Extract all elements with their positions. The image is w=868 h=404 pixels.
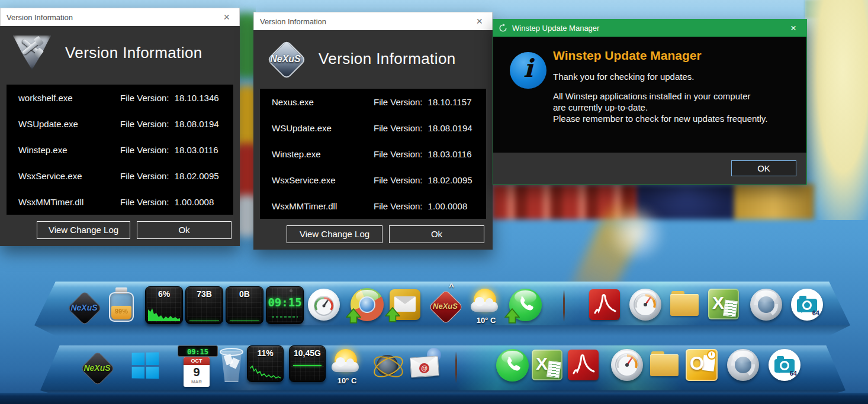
file-name: WsxService.exe <box>272 175 374 185</box>
view-change-log-button[interactable]: View Change Log <box>287 225 382 243</box>
bottom-dock-email-icon[interactable]: @ <box>410 353 441 380</box>
nexus-dialog-titlebar[interactable]: Version Information × <box>253 12 493 30</box>
file-version-value: 18.10.1346 <box>175 93 219 103</box>
file-row: WSUpdate.exe File Version: 18.08.0194 <box>260 115 486 141</box>
update-message: Winstep Update Manager Thank you for che… <box>553 49 767 124</box>
bottom-dock-outlook-icon[interactable]: O <box>686 349 718 381</box>
bottom-dock-weather-widget[interactable]: 10° C <box>330 348 364 387</box>
camera-lens <box>802 300 812 310</box>
close-icon[interactable]: × <box>472 15 486 28</box>
bottom-dock-folder-icon[interactable] <box>650 351 679 376</box>
top-dock-nexus-icon[interactable]: NeXuS <box>66 290 102 325</box>
nexus-red-logo-text: NeXuS <box>427 302 463 311</box>
top-dock-nexus-red-icon[interactable]: NeXuS <box>427 289 463 324</box>
bottom-dock-whatsapp-icon[interactable] <box>496 349 529 382</box>
message-line-3: are currently up-to-date. <box>553 102 767 113</box>
net-graph-baseline <box>189 320 219 321</box>
gauge-dial <box>308 289 340 321</box>
ok-button[interactable]: Ok <box>389 225 484 243</box>
file-version-value: 18.03.0116 <box>428 149 472 159</box>
memory-label: 10,45G <box>290 348 325 358</box>
bottom-dock-internet-globe-icon[interactable] <box>372 350 403 381</box>
top-dock-net-sent-meter[interactable]: 0B <box>226 286 263 324</box>
file-version-value: 18.02.0095 <box>175 171 219 181</box>
file-name: WSUpdate.exe <box>272 123 374 133</box>
top-dock-browser-icon[interactable] <box>351 288 384 321</box>
top-dock-barometer-icon[interactable] <box>629 289 661 321</box>
dock-separator <box>563 290 565 322</box>
nexus-dialog-body: NeXuS Version Information Nexus.exe File… <box>253 30 493 250</box>
file-version-label: File Version: <box>374 201 423 211</box>
net-received-label: 73B <box>186 289 223 299</box>
bottom-dock-shelf <box>40 345 846 390</box>
top-dock-adobe-reader-icon[interactable] <box>589 289 620 320</box>
refresh-icon <box>499 24 507 33</box>
ok-button[interactable]: Ok <box>137 221 232 239</box>
running-indicator-arrow <box>504 308 520 324</box>
file-row: WSUpdate.exe File Version: 18.08.0194 <box>7 111 233 137</box>
calendar-weekday: MAR <box>184 379 210 384</box>
temperature-label: 10° C <box>330 376 364 385</box>
clock-weekday-strip <box>272 316 298 318</box>
barometer-dial <box>611 349 643 381</box>
bottom-dock-clock-calendar-widget[interactable]: 09:15 OCT 9 MAR <box>178 345 219 388</box>
file-version-label: File Version: <box>120 171 169 181</box>
dialog-buttons: View Change Log Ok <box>0 221 232 239</box>
camera-badge: 64 <box>812 309 819 316</box>
bottom-dock-update-sphere-icon[interactable] <box>727 349 759 381</box>
bottom-dock-screenshot-captor-icon[interactable]: 64 <box>769 349 801 381</box>
running-indicator-arrow <box>346 308 361 324</box>
bottom-dock-windows-icon[interactable] <box>132 353 159 379</box>
bottom-dock-cpu-meter[interactable]: 11% <box>247 345 284 382</box>
message-line-4: Please remember to check for new updates… <box>553 113 767 124</box>
running-indicator-arrow <box>385 307 400 322</box>
file-version-value: 1.00.0008 <box>428 201 468 211</box>
update-dialog-titlebar[interactable]: Winstep Update Manager × <box>493 20 806 37</box>
net-graph-baseline <box>230 320 259 321</box>
workshelf-dialog-titlebar[interactable]: Version Information × <box>0 8 240 26</box>
cpu-graph <box>250 364 281 379</box>
info-icon: i <box>510 52 546 89</box>
cpu-percent-label: 6% <box>146 289 182 299</box>
file-name: Winstep.exe <box>272 149 374 159</box>
update-manager-dialog: Winstep Update Manager × i Winstep Updat… <box>493 19 807 185</box>
top-dock-mail-icon[interactable] <box>390 289 420 320</box>
bottom-dock-excel-icon[interactable]: X <box>532 350 562 380</box>
file-version-label: File Version: <box>120 119 169 129</box>
ok-button[interactable]: OK <box>731 160 796 176</box>
battery-glass <box>109 292 134 322</box>
close-icon[interactable]: × <box>220 11 233 24</box>
bottom-dock-barometer-icon[interactable] <box>611 349 643 381</box>
top-dock-gauge-orb-icon[interactable] <box>308 289 340 321</box>
file-version-value: 18.02.0095 <box>428 175 472 185</box>
nexus-logo-text: NeXuS <box>266 54 304 64</box>
file-name: workshelf.exe <box>18 93 120 103</box>
nexus-version-dialog: Version Information × NeXuS Version Info… <box>253 12 493 250</box>
top-dock-excel-icon[interactable]: X <box>708 289 739 319</box>
file-row: WsxMMTimer.dll File Version: 1.00.0008 <box>7 189 233 215</box>
dock-chevron-up-icon[interactable]: ^ <box>449 282 454 292</box>
bottom-dock-memory-meter[interactable]: 10,45G <box>289 345 326 382</box>
mini-clock-strip: 09:15 <box>178 345 218 357</box>
top-dock-weather-widget[interactable]: 10° C <box>470 287 503 327</box>
bottom-dock-adobe-reader-icon[interactable] <box>568 350 599 380</box>
bottom-dock-recycle-bin-icon[interactable] <box>218 348 245 382</box>
dialog-heading: Version Information <box>65 44 202 62</box>
top-dock-cpu-meter[interactable]: 6% <box>145 286 183 324</box>
file-name: Winstep.exe <box>18 145 120 155</box>
top-dock-battery-meter[interactable]: 99% <box>108 287 135 322</box>
file-row: WsxMMTimer.dll File Version: 1.00.0008 <box>260 193 486 219</box>
bottom-dock-nexus-icon[interactable]: NeXuS <box>79 350 115 386</box>
outlook-o-letter: O <box>690 353 704 374</box>
view-change-log-button[interactable]: View Change Log <box>37 221 130 239</box>
top-dock-net-received-meter[interactable]: 73B <box>185 286 223 324</box>
file-version-value: 18.03.0116 <box>175 145 218 155</box>
top-dock-folder-icon[interactable] <box>670 291 699 316</box>
top-dock-screenshot-captor-icon[interactable]: 64 <box>791 289 823 321</box>
top-dock-clock-widget[interactable]: 09:15 <box>266 286 304 324</box>
wallpaper-white-blob <box>604 207 669 260</box>
close-icon[interactable]: × <box>786 21 801 35</box>
top-dock-whatsapp-icon[interactable] <box>509 289 542 321</box>
top-dock-update-sphere-icon[interactable] <box>750 289 782 321</box>
cloud-icon <box>332 362 359 372</box>
